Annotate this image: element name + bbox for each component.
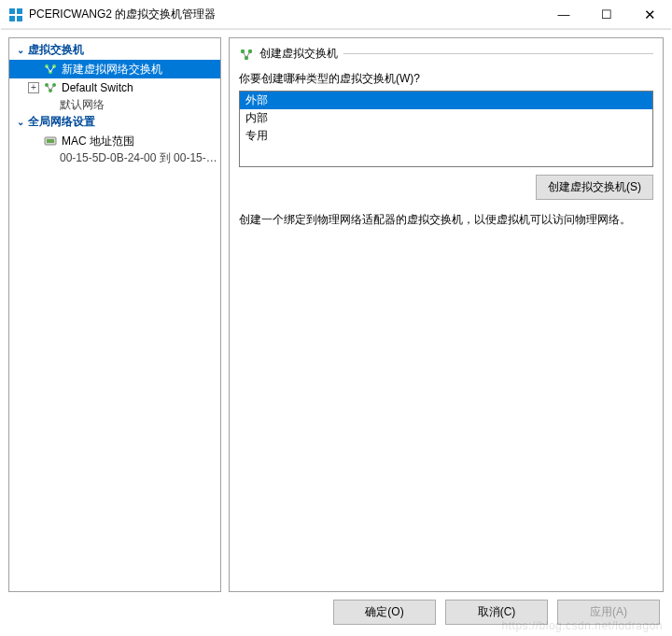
svg-rect-0 xyxy=(9,8,15,14)
close-button[interactable]: ✕ xyxy=(628,1,671,28)
nic-icon xyxy=(43,134,58,148)
window-title: PCERICWANG2 的虚拟交换机管理器 xyxy=(29,7,542,22)
chevron-down-icon: ⌄ xyxy=(15,45,26,55)
tree-item-sublabel: 默认网络 xyxy=(9,97,220,112)
expand-icon[interactable]: + xyxy=(28,82,39,93)
list-item[interactable]: 外部 xyxy=(240,92,652,109)
tree-item-new-vswitch[interactable]: + 新建虚拟网络交换机 xyxy=(9,60,220,78)
cancel-button[interactable]: 取消(C) xyxy=(445,600,548,625)
divider xyxy=(343,53,653,54)
details-pane: 创建虚拟交换机 你要创建哪种类型的虚拟交换机(W)? 外部 内部 专用 创建虚拟… xyxy=(229,37,664,592)
fieldset-title: 创建虚拟交换机 xyxy=(259,46,338,62)
minimize-button[interactable]: — xyxy=(542,1,585,28)
list-item[interactable]: 内部 xyxy=(240,109,652,127)
tree-item-sublabel: 00-15-5D-0B-24-00 到 00-15-5D-0... xyxy=(9,150,220,165)
maximize-button[interactable]: ☐ xyxy=(585,1,628,28)
app-icon xyxy=(8,7,23,22)
svg-rect-1 xyxy=(17,8,22,14)
tree-section-label: 虚拟交换机 xyxy=(28,42,84,58)
network-icon xyxy=(43,81,58,94)
create-vswitch-button[interactable]: 创建虚拟交换机(S) xyxy=(536,175,653,200)
chevron-down-icon: ⌄ xyxy=(15,117,26,127)
titlebar: PCERICWANG2 的虚拟交换机管理器 — ☐ ✕ xyxy=(1,1,671,29)
tree-section-label: 全局网络设置 xyxy=(28,114,95,130)
tree-item-default-switch[interactable]: + Default Switch xyxy=(9,78,220,97)
description-text: 创建一个绑定到物理网络适配器的虚拟交换机，以便虚拟机可以访问物理网络。 xyxy=(239,211,653,228)
tree-section-virtual-switches[interactable]: ⌄ 虚拟交换机 xyxy=(9,40,220,60)
ok-button[interactable]: 确定(O) xyxy=(333,600,436,625)
network-icon xyxy=(43,63,58,76)
prompt-label: 你要创建哪种类型的虚拟交换机(W)? xyxy=(239,71,653,87)
tree: ⌄ 虚拟交换机 + 新建虚拟网络交换机 + Default Switch 默认网… xyxy=(9,38,220,167)
tree-item-label: 新建虚拟网络交换机 xyxy=(62,61,162,78)
content-area: ⌄ 虚拟交换机 + 新建虚拟网络交换机 + Default Switch 默认网… xyxy=(1,30,671,592)
create-row: 创建虚拟交换机(S) xyxy=(239,175,653,200)
tree-item-label: Default Switch xyxy=(62,79,133,96)
svg-rect-3 xyxy=(17,16,22,21)
footer: 确定(O) 取消(C) 应用(A) xyxy=(1,592,671,634)
apply-button[interactable]: 应用(A) xyxy=(557,600,660,625)
network-icon xyxy=(239,48,254,61)
tree-pane: ⌄ 虚拟交换机 + 新建虚拟网络交换机 + Default Switch 默认网… xyxy=(8,37,221,592)
fieldset-header: 创建虚拟交换机 xyxy=(239,46,653,62)
list-item[interactable]: 专用 xyxy=(240,127,652,145)
tree-section-global-settings[interactable]: ⌄ 全局网络设置 xyxy=(9,112,220,132)
window-buttons: — ☐ ✕ xyxy=(542,1,671,28)
svg-rect-2 xyxy=(9,16,15,21)
switch-type-listbox[interactable]: 外部 内部 专用 xyxy=(239,91,653,167)
tree-item-mac-range[interactable]: + MAC 地址范围 xyxy=(9,132,220,150)
svg-rect-11 xyxy=(47,139,54,143)
tree-item-label: MAC 地址范围 xyxy=(62,133,134,149)
